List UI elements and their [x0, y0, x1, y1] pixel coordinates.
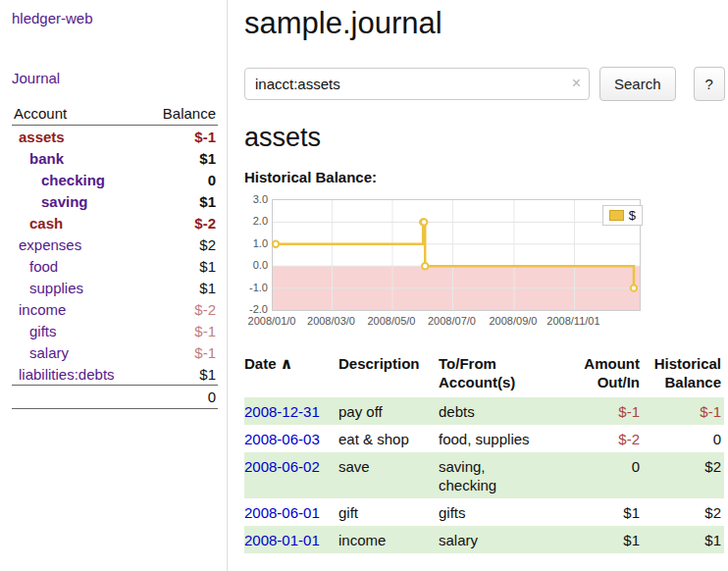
- account-row-cash: cash $-2: [12, 212, 218, 234]
- account-row-supplies: supplies $1: [12, 277, 218, 298]
- account-balance: $-2: [194, 215, 216, 232]
- account-link[interactable]: bank: [14, 150, 64, 167]
- account-link[interactable]: saving: [14, 193, 88, 210]
- register-row: 2008-01-01 income salary $1 $1: [244, 526, 724, 553]
- account-link[interactable]: supplies: [14, 280, 83, 296]
- transaction-description: eat & shop: [338, 425, 439, 452]
- account-row-saving: saving $1: [12, 190, 218, 212]
- column-header-accounts-line1: To/From: [439, 355, 496, 372]
- account-link[interactable]: cash: [14, 215, 63, 232]
- column-header-amount-line1: Amount: [584, 355, 640, 372]
- y-axis-tick-label: 0.0: [244, 259, 268, 271]
- account-balance: 0: [208, 172, 216, 188]
- accounts-total-value: 0: [208, 389, 216, 405]
- transaction-description: pay off: [338, 397, 439, 425]
- account-row-gifts: gifts $-1: [12, 320, 218, 341]
- account-row-food: food $1: [12, 255, 218, 277]
- accounts-header-balance: Balance: [163, 105, 216, 122]
- accounts-header-account: Account: [14, 105, 67, 122]
- account-balance: $-1: [194, 344, 216, 361]
- nav-journal-link[interactable]: Journal: [12, 70, 217, 86]
- account-row-salary: salary $-1: [12, 341, 218, 363]
- transaction-date-link[interactable]: 2008-01-01: [244, 532, 320, 548]
- account-heading: assets: [244, 123, 725, 153]
- register-row: 2008-06-02 save saving, checking 0 $2: [244, 452, 724, 498]
- transaction-accounts: food, supplies: [439, 425, 537, 452]
- accounts-total-row: 0: [12, 385, 218, 409]
- transaction-amount: $1: [537, 498, 643, 526]
- column-header-description-label: Description: [338, 355, 420, 372]
- search-button[interactable]: Search: [599, 67, 676, 101]
- column-header-date-label: Date: [244, 355, 277, 372]
- x-axis-tick-label: 2008/05/0: [368, 315, 416, 327]
- account-row-income: income $-2: [12, 298, 218, 320]
- register-row: 2008-12-31 pay off debts $-1 $-1: [244, 397, 724, 425]
- account-balance: $1: [199, 280, 216, 296]
- legend-label: $: [629, 208, 636, 223]
- account-link[interactable]: salary: [14, 344, 69, 361]
- y-axis-tick-label: -1.0: [244, 282, 268, 293]
- transaction-date-link[interactable]: 2008-06-01: [244, 504, 320, 521]
- chart-title: Historical Balance:: [244, 169, 725, 185]
- account-row-expenses: expenses $2: [12, 234, 218, 255]
- column-header-accounts-line2: Account(s): [439, 374, 515, 390]
- transaction-balance: $1: [643, 526, 724, 553]
- sort-ascending-icon: ∧: [281, 355, 293, 372]
- transaction-balance: 0: [643, 425, 724, 452]
- account-row-assets: assets $-1: [12, 126, 218, 147]
- account-link[interactable]: checking: [14, 172, 105, 188]
- column-header-date[interactable]: Date∧: [244, 350, 338, 397]
- transaction-amount: $1: [537, 526, 643, 553]
- account-balance: $-1: [194, 323, 216, 339]
- account-balance: $-1: [194, 129, 216, 145]
- account-row-liabilities-debts: liabilities:debts $1: [12, 363, 218, 385]
- transaction-accounts: salary: [439, 526, 537, 553]
- search-input[interactable]: [244, 68, 590, 100]
- register-table: Date∧ Description To/From Account(s) Amo…: [244, 350, 724, 553]
- transaction-accounts: gifts: [439, 498, 537, 526]
- main-content: sample.journal × Search ? assets Histori…: [244, 0, 725, 571]
- register-row: 2008-06-01 gift gifts $1 $2: [244, 498, 724, 526]
- account-link[interactable]: gifts: [14, 323, 57, 339]
- transaction-accounts: debts: [439, 397, 537, 425]
- transaction-amount: 0: [537, 452, 643, 498]
- account-link[interactable]: expenses: [14, 236, 81, 253]
- y-axis-tick-label: 1.0: [244, 237, 268, 249]
- account-link[interactable]: income: [14, 301, 66, 318]
- x-axis-tick-label: 2008/11/01: [546, 315, 599, 327]
- column-header-historical-balance: Historical Balance: [643, 350, 724, 397]
- transaction-date-link[interactable]: 2008-12-31: [244, 403, 320, 420]
- transaction-description: income: [338, 526, 439, 553]
- clear-search-icon[interactable]: ×: [572, 75, 581, 92]
- sidebar: hledger-web Journal Account Balance asse…: [0, 0, 228, 571]
- column-header-amount-line2: Out/In: [598, 374, 640, 390]
- transaction-balance: $2: [643, 498, 724, 526]
- column-header-description: Description: [338, 350, 439, 397]
- transaction-date-link[interactable]: 2008-06-02: [244, 458, 320, 475]
- account-balance: $1: [199, 366, 216, 383]
- transaction-balance: $-1: [643, 397, 724, 425]
- app-brand-link[interactable]: hledger-web: [12, 10, 217, 26]
- y-axis-tick-label: -2.0: [244, 303, 268, 315]
- transaction-date-link[interactable]: 2008-06-03: [244, 431, 320, 447]
- account-link[interactable]: liabilities:debts: [14, 366, 115, 383]
- help-button[interactable]: ?: [694, 67, 725, 101]
- account-balance: $1: [199, 193, 216, 210]
- transaction-description: save: [338, 452, 439, 498]
- account-row-checking: checking 0: [12, 169, 218, 190]
- transaction-amount: $-1: [537, 397, 643, 425]
- transaction-amount: $-2: [537, 425, 643, 452]
- column-header-amount: Amount Out/In: [537, 350, 643, 397]
- column-header-historical-line2: Balance: [664, 374, 721, 390]
- account-link[interactable]: food: [14, 258, 58, 275]
- account-balance: $1: [199, 150, 216, 167]
- x-axis-tick-label: 2008/03/0: [307, 315, 355, 327]
- search-box: ×: [244, 68, 590, 100]
- account-balance: $-2: [194, 301, 216, 318]
- chart-canvas: [273, 200, 640, 310]
- search-form: × Search ?: [244, 67, 725, 101]
- x-axis-tick-label: 2008/01/0: [248, 315, 296, 327]
- account-link[interactable]: assets: [14, 129, 65, 145]
- y-axis-tick-label: 2.0: [244, 215, 268, 227]
- register-row: 2008-06-03 eat & shop food, supplies $-2…: [244, 425, 724, 452]
